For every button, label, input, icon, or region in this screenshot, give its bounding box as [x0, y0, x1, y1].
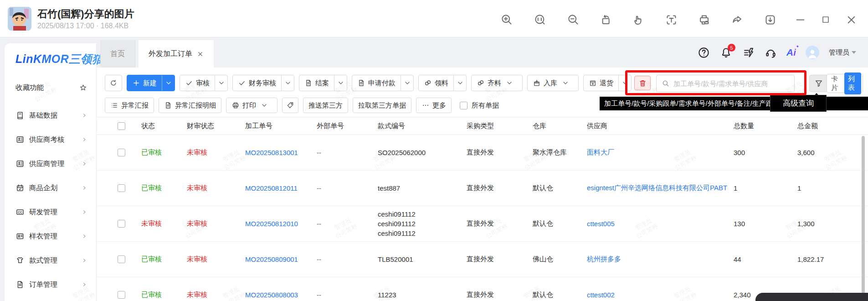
card-view-button[interactable]: 卡片	[828, 75, 843, 92]
mo-link[interactable]: MO20250812010	[245, 220, 317, 228]
search-input[interactable]	[673, 80, 789, 88]
status-badge: 已审核	[141, 148, 187, 157]
supplier-link[interactable]: cttest005	[587, 220, 734, 228]
sidebar-item-sample-management[interactable]: 样衣管理	[5, 224, 97, 248]
stock-in-dropdown[interactable]	[562, 79, 573, 87]
sidebar-item-style-management[interactable]: 款式管理	[5, 249, 97, 272]
create-button[interactable]: 新建	[127, 75, 175, 91]
minimize-button[interactable]	[792, 12, 808, 27]
supplier-link[interactable]: cttest002	[587, 291, 734, 299]
finance-audit-dropdown[interactable]	[281, 75, 294, 91]
original-size-button[interactable]	[532, 12, 548, 27]
hand-tool-icon[interactable]	[631, 12, 647, 27]
print-button[interactable]: 打印	[226, 98, 277, 113]
close-case-dropdown[interactable]	[334, 75, 347, 91]
row-checkbox[interactable]	[118, 255, 125, 263]
shared-image-thumbnail[interactable]	[8, 7, 31, 31]
tab-outsourcing-orders[interactable]: 外发加工订单	[139, 40, 214, 67]
mo-link[interactable]: MO20250813001	[245, 149, 317, 156]
rotate-icon[interactable]	[598, 12, 614, 27]
all-documents-checkbox[interactable]	[460, 102, 467, 109]
sidebar-item-order-management[interactable]: 订单管理	[5, 273, 97, 296]
exception-report-button[interactable]: 异常汇报	[105, 98, 154, 113]
more-button[interactable]: 更多	[416, 98, 452, 113]
create-dropdown[interactable]	[162, 75, 175, 91]
table-row: 已审核 未审核 MO20250812011 -- test887 直接外发 默认…	[97, 171, 868, 206]
supplier-link[interactable]: esigntest广州辛选网络信息科技有限公司PABT	[587, 184, 734, 192]
print-dropdown[interactable]	[261, 102, 272, 109]
tag-button[interactable]	[282, 98, 298, 113]
document-icon	[164, 101, 172, 109]
return-goods-dropdown[interactable]	[618, 75, 631, 91]
download-icon[interactable]	[762, 12, 778, 27]
changelog-icon[interactable]	[742, 46, 755, 59]
bell-icon[interactable]: 5	[719, 46, 732, 59]
star-icon[interactable]	[79, 83, 87, 92]
mo-link[interactable]: MO20250809001	[245, 255, 317, 263]
print-icon[interactable]	[696, 12, 712, 27]
push-third-party-button[interactable]: 推送第三方	[303, 98, 348, 113]
sidebar-item-sales-management[interactable]: 销售管理	[5, 294, 97, 301]
row-checkbox[interactable]	[118, 291, 125, 299]
tab-home[interactable]: 首页	[100, 40, 135, 67]
mo-link[interactable]: MO20250808003	[245, 291, 317, 299]
sidebar-item-product-planning[interactable]: 商品企划	[5, 176, 97, 200]
supplier-link[interactable]: 面料大厂	[587, 148, 734, 157]
pull-third-party-button[interactable]: 拉取第三方单据	[353, 98, 411, 113]
app-screenshot-area: LinKMOR三领猫 收藏功能 基础数据 供应商考核 供应商管理	[0, 37, 868, 301]
chevron-right-icon	[81, 112, 87, 119]
audit-button[interactable]: 审核	[180, 75, 228, 91]
filter-funnel-button[interactable]	[809, 75, 828, 92]
advanced-search-button[interactable]: 高级查询	[770, 95, 827, 112]
payment-request-button[interactable]: 申请付款	[352, 75, 414, 91]
stock-in-button[interactable]: 入库	[527, 75, 579, 91]
clear-search-button[interactable]	[634, 76, 651, 90]
share-icon[interactable]	[729, 12, 745, 27]
supplier-link[interactable]: 杭州拼多多	[587, 255, 734, 264]
all-documents-option: 所有单据	[460, 101, 499, 110]
chevron-right-icon	[81, 233, 87, 239]
col-mo: 加工单号	[245, 122, 317, 130]
material-pick-button[interactable]: 领料	[418, 75, 467, 91]
zoom-out-button[interactable]	[565, 12, 581, 27]
rings-icon	[477, 79, 485, 87]
payment-request-dropdown[interactable]	[401, 75, 413, 91]
row-checkbox[interactable]	[118, 220, 125, 228]
refresh-button[interactable]	[105, 75, 122, 91]
table-row: 未审核 未审核 MO20250812010 -- ceshi091112 ces…	[97, 206, 868, 242]
zoom-in-button[interactable]	[499, 12, 514, 27]
sidebar-item-supplier-management[interactable]: 供应商管理	[5, 152, 97, 176]
return-goods-button[interactable]: 退货	[583, 75, 632, 91]
close-button[interactable]	[843, 12, 859, 27]
sidebar-item-rd-management[interactable]: 研发管理	[5, 200, 97, 224]
ai-assistant-button[interactable]: Ai✦	[786, 47, 796, 58]
tab-close-icon[interactable]	[197, 51, 204, 57]
list-view-button[interactable]: 列表	[844, 73, 861, 94]
search-box[interactable]	[656, 75, 795, 92]
exception-report-detail-button[interactable]: 异常汇报明细	[159, 98, 221, 113]
mo-link[interactable]: MO20250812011	[245, 184, 317, 192]
vertical-scrollbar[interactable]	[862, 136, 865, 293]
avatar[interactable]	[806, 46, 819, 59]
ocr-text-icon[interactable]	[663, 12, 679, 27]
maximize-button[interactable]	[818, 12, 833, 27]
user-menu[interactable]: 管理员	[829, 48, 856, 57]
sidebar-item-supplier-assessment[interactable]: 供应商考核	[5, 128, 97, 151]
row-checkbox[interactable]	[118, 149, 125, 156]
headset-icon[interactable]	[764, 46, 777, 59]
viewer-titlebar: 石竹(国辉)分享的图片 2025/08/13 17:00 · 168.4KB	[0, 0, 868, 37]
finance-audit-button[interactable]: 财务审核	[232, 75, 294, 91]
row-checkbox[interactable]	[118, 184, 125, 192]
material-pick-dropdown[interactable]	[453, 75, 466, 91]
col-fin-status: 财审状态	[187, 122, 245, 130]
orders-table: 状态 财审状态 加工单号 外部单号 款式编号 采购类型 仓库 供应商 总数量 总…	[97, 117, 868, 301]
col-qty: 总数量	[734, 122, 797, 130]
close-case-button[interactable]: 结案	[299, 75, 347, 91]
audit-dropdown[interactable]	[215, 75, 227, 91]
select-all-checkbox[interactable]	[118, 122, 125, 130]
material-ready-button[interactable]: 齐料	[471, 75, 523, 91]
help-icon[interactable]	[697, 46, 710, 59]
sidebar-item-favorites[interactable]: 收藏功能	[5, 77, 97, 98]
material-ready-dropdown[interactable]	[506, 79, 517, 87]
sidebar-item-base-data[interactable]: 基础数据	[5, 104, 97, 127]
